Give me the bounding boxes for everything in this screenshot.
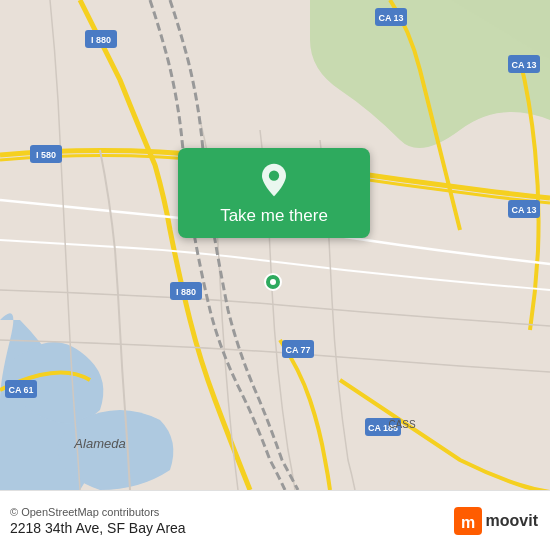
svg-text:CA 77: CA 77 [285, 345, 310, 355]
svg-text:CA 13: CA 13 [511, 205, 536, 215]
take-me-there-label: Take me there [220, 206, 328, 226]
map-svg: I 580 I 580 I 880 I 880 CA 13 CA 13 CA 1… [0, 0, 550, 490]
moovit-logo-text: moovit [486, 512, 538, 530]
svg-text:CA 13: CA 13 [378, 13, 403, 23]
moovit-logo: m moovit [454, 507, 538, 535]
svg-text:m: m [460, 514, 474, 531]
moovit-logo-icon: m [454, 507, 482, 535]
svg-text:I 880: I 880 [91, 35, 111, 45]
svg-text:I 580: I 580 [36, 150, 56, 160]
take-me-there-button[interactable]: Take me there [178, 148, 370, 238]
svg-text:I 880: I 880 [176, 287, 196, 297]
bottom-bar: © OpenStreetMap contributors 2218 34th A… [0, 490, 550, 550]
svg-text:CASS: CASS [388, 419, 416, 430]
bottom-left-info: © OpenStreetMap contributors 2218 34th A… [10, 506, 186, 536]
osm-credit: © OpenStreetMap contributors [10, 506, 186, 518]
svg-text:CA 13: CA 13 [511, 60, 536, 70]
svg-point-25 [269, 171, 279, 181]
address-text: 2218 34th Ave, SF Bay Area [10, 520, 186, 536]
svg-text:CA 61: CA 61 [8, 385, 33, 395]
svg-point-24 [270, 279, 276, 285]
map-container: I 580 I 580 I 880 I 880 CA 13 CA 13 CA 1… [0, 0, 550, 490]
location-pin-icon [256, 162, 292, 198]
svg-text:Alameda: Alameda [73, 436, 125, 451]
